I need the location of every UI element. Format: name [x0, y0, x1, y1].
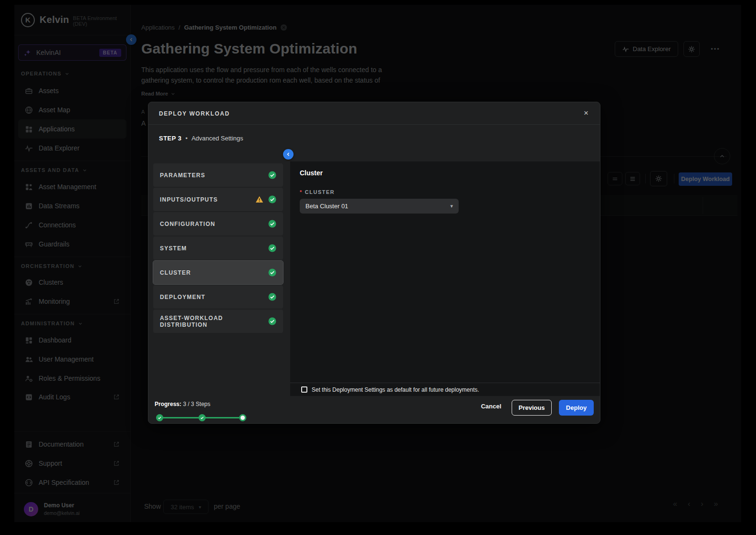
required-marker: * — [300, 189, 303, 195]
chevron-left-icon — [285, 151, 291, 157]
progress-label: Progress: 3 / 3 Steps — [155, 401, 210, 407]
step-indicator: STEP 3 • Advanced Settings — [159, 135, 243, 142]
modal-footer: Progress: 3 / 3 Steps Cancel Previous De… — [148, 396, 600, 423]
cluster-field-label: *CLUSTER — [300, 189, 335, 195]
check-circle-icon — [268, 268, 276, 277]
progress-step-3-current — [239, 414, 246, 421]
cluster-settings-panel: Cluster *CLUSTER Beta Cluster 01 ▾ Set t… — [290, 161, 600, 396]
tab-deployment[interactable]: DEPLOYMENT — [153, 285, 283, 309]
checkbox-label: Set this Deployment Settings as default … — [312, 386, 479, 393]
caret-down-icon: ▾ — [450, 203, 453, 209]
tab-inputs-outputs[interactable]: INPUTS/OUTPUTS — [153, 188, 283, 211]
cancel-button[interactable]: Cancel — [477, 403, 505, 410]
previous-button[interactable]: Previous — [512, 400, 552, 416]
divider — [148, 124, 600, 125]
cluster-select[interactable]: Beta Cluster 01 ▾ — [300, 199, 459, 214]
panel-heading: Cluster — [300, 169, 323, 177]
check-circle-icon — [268, 171, 276, 179]
default-deployment-row: Set this Deployment Settings as default … — [290, 383, 600, 396]
warning-triangle-icon — [255, 195, 263, 203]
check-icon — [200, 415, 205, 420]
tab-configuration[interactable]: CONFIGURATION — [153, 212, 283, 235]
close-icon[interactable]: × — [579, 106, 593, 120]
check-circle-icon — [268, 195, 276, 203]
check-icon — [157, 415, 162, 420]
check-circle-icon — [268, 220, 276, 228]
check-circle-icon — [268, 317, 276, 325]
progress-step-2-done — [199, 414, 206, 421]
default-deployment-checkbox[interactable] — [301, 386, 307, 393]
tab-parameters[interactable]: PARAMETERS — [153, 163, 283, 187]
panel-collapse-button[interactable] — [283, 149, 294, 160]
tab-asset-workload-distribution[interactable]: ASSET-WORKLOAD DISTRIBUTION — [153, 310, 283, 333]
tab-cluster[interactable]: CLUSTER — [153, 261, 283, 284]
deploy-workload-modal: DEPLOY WORKLOAD × STEP 3 • Advanced Sett… — [148, 102, 600, 424]
modal-title: DEPLOY WORKLOAD — [159, 110, 230, 117]
check-circle-icon — [268, 244, 276, 252]
progress-step-1-done — [156, 414, 163, 421]
deploy-button[interactable]: Deploy — [559, 400, 594, 416]
tab-system[interactable]: SYSTEM — [153, 236, 283, 260]
check-circle-icon — [268, 293, 276, 301]
